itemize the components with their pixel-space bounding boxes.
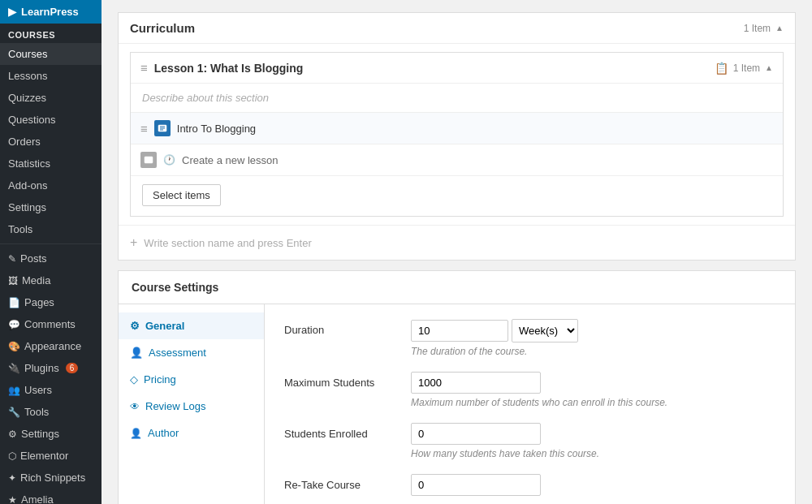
retake-course-input[interactable] xyxy=(411,474,541,496)
tab-review-logs[interactable]: 👁 Review Logs xyxy=(119,393,264,420)
tab-assessment[interactable]: 👤 Assessment xyxy=(119,339,264,366)
sidebar-label-comments: Comments xyxy=(24,318,76,330)
duration-input[interactable] xyxy=(411,320,508,342)
sidebar-item-tools2[interactable]: 🔧 Tools xyxy=(0,401,102,423)
settings-icon: ⚙ xyxy=(8,429,17,440)
sidebar-label-rich-snippets: Rich Snippets xyxy=(20,472,85,484)
sidebar-item-orders[interactable]: Orders xyxy=(0,131,102,153)
sidebar-item-appearance[interactable]: 🎨 Appearance xyxy=(0,335,102,357)
sidebar-item-questions[interactable]: Questions xyxy=(0,109,102,131)
lesson-title-row: ≡ Lesson 1: What Is Blogging xyxy=(140,61,303,75)
tab-author-label: Author xyxy=(148,427,179,439)
max-students-input[interactable] xyxy=(411,372,541,394)
tab-pricing[interactable]: ◇ Pricing xyxy=(119,366,264,393)
new-lesson-icon xyxy=(140,152,157,168)
sidebar-item-lessons[interactable]: Lessons xyxy=(0,65,102,87)
amelia-icon: ★ xyxy=(8,494,17,505)
curriculum-title: Curriculum xyxy=(130,21,195,35)
students-enrolled-hint: How many students have taken this course… xyxy=(411,448,775,459)
course-settings-header: Course Settings xyxy=(119,271,795,304)
retake-course-field: Re-Take Course xyxy=(284,474,775,496)
tab-author[interactable]: 👤 Author xyxy=(119,420,264,446)
sidebar-item-tools[interactable]: Tools xyxy=(0,218,102,240)
sidebar-item-rich-snippets[interactable]: ✦ Rich Snippets xyxy=(0,467,102,489)
lesson-item-count: 1 Item xyxy=(733,62,760,74)
sidebar-label-posts: Posts xyxy=(20,252,47,265)
sidebar-label-settings: Settings xyxy=(8,201,46,213)
curriculum-container: Curriculum 1 Item ▲ ≡ Lesson 1: What Is … xyxy=(118,12,796,261)
add-section-row: + Write section name and press Enter xyxy=(119,225,795,260)
curriculum-collapse-icon[interactable]: ▲ xyxy=(775,24,784,32)
lesson-title: Lesson 1: What Is Blogging xyxy=(154,62,304,75)
sidebar-item-add-ons[interactable]: Add-ons xyxy=(0,174,102,196)
sidebar-label-tools2: Tools xyxy=(24,406,49,418)
sidebar-item-comments[interactable]: 💬 Comments xyxy=(0,313,102,335)
section-description: Describe about this section xyxy=(131,84,783,113)
sidebar-label-media: Media xyxy=(22,274,50,286)
sidebar-item-settings[interactable]: Settings xyxy=(0,196,102,218)
curriculum-item-count: 1 Item xyxy=(744,23,771,34)
sidebar: ▶ LearnPress Courses Courses Lessons Qui… xyxy=(0,0,102,504)
lesson-section: ≡ Lesson 1: What Is Blogging 📋 1 Item ▲ … xyxy=(130,52,784,217)
new-lesson-label[interactable]: Create a new lesson xyxy=(182,154,279,166)
sidebar-label-appearance: Appearance xyxy=(24,340,81,352)
sidebar-label-statistics: Statistics xyxy=(8,157,50,170)
sidebar-label-quizzes: Quizzes xyxy=(8,92,46,104)
appearance-icon: 🎨 xyxy=(8,341,20,352)
lesson-item-title: Intro To Blogging xyxy=(177,123,256,135)
select-items-button[interactable]: Select items xyxy=(142,184,221,206)
duration-input-group: Week(s) Day(s) Month(s) The duration of … xyxy=(411,319,775,357)
tab-review-logs-label: Review Logs xyxy=(145,400,205,412)
settings-tabs: ⚙ General 👤 Assessment ◇ Pricing 👁 Revie… xyxy=(119,304,265,504)
general-tab-icon: ⚙ xyxy=(130,320,140,332)
duration-unit-select[interactable]: Week(s) Day(s) Month(s) xyxy=(512,319,578,342)
sidebar-item-users[interactable]: 👥 Users xyxy=(0,379,102,401)
sidebar-item-amelia[interactable]: ★ Amelia xyxy=(0,489,102,504)
curriculum-meta: 1 Item ▲ xyxy=(744,23,784,34)
sidebar-item-elementor[interactable]: ⬡ Elementor xyxy=(0,445,102,467)
course-settings: Course Settings ⚙ General 👤 Assessment ◇… xyxy=(118,270,796,504)
sidebar-label-settings2: Settings xyxy=(21,428,59,440)
lesson-drag-handle-icon[interactable]: ≡ xyxy=(140,61,148,75)
lesson-collapse-icon[interactable]: ▲ xyxy=(765,63,773,72)
sidebar-item-settings2[interactable]: ⚙ Settings xyxy=(0,423,102,445)
sidebar-label-users: Users xyxy=(24,384,52,396)
max-students-label: Maximum Students xyxy=(284,372,398,389)
add-section-placeholder[interactable]: Write section name and press Enter xyxy=(144,237,784,249)
sidebar-item-posts[interactable]: ✎ Posts xyxy=(0,248,102,269)
pages-icon: 📄 xyxy=(8,297,20,308)
sidebar-label-amelia: Amelia xyxy=(21,493,54,504)
curriculum-header: Curriculum 1 Item ▲ xyxy=(119,13,795,44)
review-logs-tab-icon: 👁 xyxy=(130,401,140,412)
students-enrolled-input[interactable] xyxy=(411,423,541,445)
tab-general[interactable]: ⚙ General xyxy=(119,312,264,339)
sidebar-label-orders: Orders xyxy=(8,136,41,148)
duration-input-row: Week(s) Day(s) Month(s) xyxy=(411,319,775,342)
clock-icon: 🕐 xyxy=(163,154,175,166)
posts-icon: ✎ xyxy=(8,253,16,265)
lesson-item-drag-icon[interactable]: ≡ xyxy=(140,122,148,136)
plugins-badge: 6 xyxy=(66,363,79,373)
lesson-book-icon: 📋 xyxy=(715,62,728,75)
settings-content: Duration Week(s) Day(s) Month(s) The dur… xyxy=(265,304,795,504)
sidebar-item-pages[interactable]: 📄 Pages xyxy=(0,291,102,313)
sidebar-item-quizzes[interactable]: Quizzes xyxy=(0,87,102,109)
rich-snippets-icon: ✦ xyxy=(8,472,16,484)
lesson-item-type-icon xyxy=(154,120,171,136)
sidebar-header: ▶ LearnPress xyxy=(0,0,102,24)
learnpress-logo-icon: ▶ xyxy=(8,6,16,18)
sidebar-label-questions: Questions xyxy=(8,114,56,126)
sidebar-item-plugins[interactable]: 🔌 Plugins 6 xyxy=(0,357,102,379)
sidebar-item-statistics[interactable]: Statistics xyxy=(0,153,102,174)
pricing-tab-icon: ◇ xyxy=(130,373,138,386)
sidebar-label-courses: Courses xyxy=(8,48,47,60)
sidebar-item-courses[interactable]: Courses xyxy=(0,43,102,65)
sidebar-label-elementor: Elementor xyxy=(20,450,68,462)
sidebar-item-media[interactable]: 🖼 Media xyxy=(0,269,102,291)
select-items-button-container: Select items xyxy=(131,176,783,216)
courses-section-label: Courses xyxy=(0,24,102,43)
retake-course-label: Re-Take Course xyxy=(284,474,398,491)
max-students-field: Maximum Students Maximum number of stude… xyxy=(284,372,775,408)
sidebar-label-pages: Pages xyxy=(24,296,54,308)
svg-rect-6 xyxy=(145,157,153,163)
